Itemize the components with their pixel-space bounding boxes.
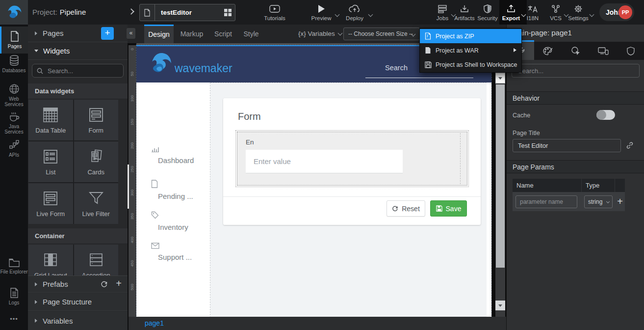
editor-tab-testeditor[interactable]: testEditor [139, 4, 235, 21]
ruler-mark: 200 [130, 142, 134, 149]
export-button[interactable]: Export [500, 3, 522, 21]
caret-right-icon [35, 300, 37, 304]
canvas-scrollbar[interactable] [495, 45, 505, 317]
dashboard-grid-icon[interactable] [220, 9, 235, 16]
tab-styles[interactable] [534, 42, 562, 60]
behavior-section-header[interactable]: Behavior [507, 91, 644, 105]
sidebar-item-file-explorer[interactable]: File Explorer [0, 258, 28, 275]
devices-icon [598, 47, 609, 55]
more-options-button[interactable]: ••• [0, 314, 28, 322]
widget-tile-live-filter[interactable]: Live Filter [74, 183, 119, 224]
user-menu[interactable]: John PP [599, 3, 634, 21]
tab-devices[interactable] [590, 42, 617, 60]
sidebar-item-web-services[interactable]: Web Services [0, 83, 28, 107]
add-page-button[interactable]: + [101, 27, 114, 40]
screen-size-select[interactable]: -- Choose Screen Size -- [343, 28, 420, 40]
sidebar-item-pages[interactable]: Pages [0, 27, 28, 54]
chevron-down-icon [606, 199, 610, 203]
nav-item-pending[interactable]: Pending ... [151, 180, 193, 200]
form-field-group[interactable]: En [237, 132, 467, 186]
accordion-icon [88, 251, 104, 268]
vcs-button[interactable]: VCS [546, 3, 566, 21]
page-params-section-header[interactable]: Page Params [507, 160, 644, 173]
tab-security[interactable] [617, 42, 644, 60]
bind-link-icon[interactable] [626, 141, 634, 149]
widget-tile-list[interactable]: List [28, 141, 73, 182]
widget-search-input[interactable] [47, 67, 115, 75]
form-title: Form [238, 111, 261, 122]
variables-section-header[interactable]: Variables [28, 311, 128, 330]
tab-script[interactable]: Script [210, 25, 236, 43]
add-parameter-button[interactable]: + [615, 196, 625, 207]
gutter-scrollbar[interactable] [128, 165, 129, 209]
save-button[interactable]: Save [430, 200, 467, 217]
preview-chevron-icon[interactable] [335, 12, 340, 17]
top-bar: Project:Pipeline testEditor Tutorials Pr… [0, 0, 644, 25]
preview-search-input[interactable] [365, 78, 473, 78]
widget-tile-accordion[interactable]: Accordion [74, 245, 119, 275]
i18n-button[interactable]: I18N [523, 3, 542, 21]
envelope-icon [151, 243, 159, 249]
ruler-mark: 150 [130, 119, 134, 125]
reset-refresh-icon [392, 205, 398, 212]
jobs-icon [438, 3, 447, 14]
deploy-button[interactable]: Deploy [343, 3, 366, 21]
reset-button[interactable]: Reset [386, 200, 425, 217]
tab-markup[interactable]: Markup [177, 25, 207, 43]
nav-item-inventory[interactable]: Inventory [151, 211, 188, 231]
widget-tile-data-table[interactable]: Data Table [28, 100, 73, 140]
artifacts-button[interactable]: Artifacts [452, 3, 477, 21]
widgets-section-header[interactable]: Widgets [28, 42, 128, 60]
ruler-mark: 500 [130, 284, 134, 290]
settings-button[interactable]: Settings [567, 3, 589, 21]
wavemaker-logo[interactable] [0, 0, 28, 25]
widget-tile-grid-layout[interactable]: Grid Layout [28, 245, 73, 275]
wave-logo-icon [6, 4, 22, 20]
cache-label: Cache [513, 112, 530, 119]
page-title-input[interactable] [513, 139, 621, 152]
add-prefab-icon[interactable]: + [116, 278, 122, 289]
parameter-type-select[interactable]: string [584, 195, 613, 208]
tab-events[interactable] [562, 42, 589, 60]
menu-item-project-as-war[interactable]: Project as WAR [420, 43, 521, 57]
sidebar-item-logs[interactable]: Logs [0, 288, 28, 305]
nav-item-dashboard[interactable]: Dashboard [151, 145, 194, 165]
refresh-prefabs-icon[interactable] [101, 280, 108, 288]
scroll-down-button[interactable] [495, 73, 505, 83]
property-search-input[interactable] [517, 67, 630, 75]
cache-toggle[interactable] [596, 110, 615, 120]
widget-tile-cards[interactable]: Cards [74, 141, 119, 182]
tab-style[interactable]: Style [239, 25, 263, 43]
tutorials-button[interactable]: Tutorials [260, 3, 289, 21]
menu-item-project-as-zip[interactable]: Project as ZIP [420, 29, 521, 43]
variables-dropdown[interactable]: {x} Variables [298, 25, 342, 43]
canvas-ruler: 050100150200250300350400450500 [129, 45, 136, 317]
deploy-chevron-icon[interactable] [368, 12, 373, 17]
war-file-icon [425, 47, 436, 54]
collapse-panel-button[interactable]: « [127, 28, 135, 39]
form-card[interactable]: Form En Reset Save [223, 98, 481, 225]
menu-item-project-as-shell[interactable]: Project as Shell to Workspace [420, 57, 521, 72]
widget-tile-form[interactable]: Form [74, 100, 119, 140]
page-structure-section-header[interactable]: Page Structure [28, 293, 128, 311]
preview-button[interactable]: Preview [309, 3, 334, 21]
page-tab-bar: page1 [129, 317, 506, 330]
jobs-button[interactable]: Jobs [433, 3, 452, 21]
sidebar-item-databases[interactable]: Databases [0, 55, 28, 73]
form-text-input[interactable] [246, 150, 403, 173]
pages-section-header[interactable]: Pages + [28, 25, 128, 42]
sidebar-item-apis[interactable]: APIs [0, 139, 28, 158]
page-tab-page1[interactable]: page1 [145, 319, 164, 327]
scrollbar-thumb[interactable] [496, 84, 505, 268]
tab-design[interactable]: Design [144, 25, 174, 43]
scroll-down-button[interactable] [495, 301, 505, 310]
settings-chevron-icon[interactable] [590, 12, 594, 17]
sidebar-item-java-services[interactable]: Java Services [0, 111, 28, 135]
page-title-label: Page Title [513, 130, 540, 137]
security-button[interactable]: Security [475, 3, 500, 21]
parameter-name-input[interactable] [515, 195, 577, 208]
prefabs-section-header[interactable]: Prefabs + [28, 275, 128, 293]
pages-icon [10, 31, 20, 42]
nav-item-support[interactable]: Support ... [151, 243, 192, 261]
widget-tile-live-form[interactable]: Live Form [28, 183, 73, 224]
